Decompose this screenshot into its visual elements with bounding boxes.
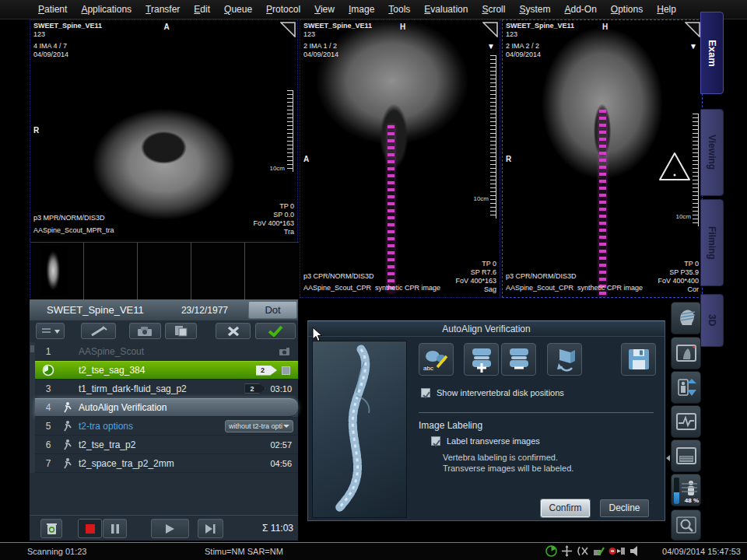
framed-person-icon [676,344,696,362]
remove-vertebra-icon [506,346,532,373]
edit-labels-button[interactable]: abc [419,343,454,376]
menu-item-applications[interactable]: Applications [74,4,139,15]
stop-button[interactable] [78,519,102,538]
thumbnail-2[interactable] [84,243,138,299]
spine-illustration [313,341,406,517]
syringe-icon [90,326,107,337]
step-number: 1 [35,346,61,357]
pause-icon [111,524,119,534]
skip-button[interactable] [198,519,223,538]
tab-filming[interactable]: Filming [700,199,724,286]
step-row-t2-space-tra[interactable]: 7 t2_space_tra_p2_2mm 04:56 [35,454,298,473]
menu-item-transfer[interactable]: Transfer [139,4,187,15]
decline-button[interactable]: Decline [600,499,649,517]
physio-signal-button[interactable] [671,405,701,438]
add-vertebra-button[interactable] [464,343,499,376]
dialog-divider [419,412,654,413]
tab-exam[interactable]: Exam [700,12,724,94]
image-labeling-heading: Image Labeling [419,420,482,431]
menu-item-evaluation[interactable]: Evaluation [417,4,475,15]
patient-position-button[interactable] [671,371,701,404]
menu-item-tools[interactable]: Tools [381,4,417,15]
step-row-aaspine-scout[interactable]: 1 AASpine_Scout [35,342,298,361]
panel2-patient: SWEET_Spine_VE11 [303,22,372,30]
label-transverse-checkbox[interactable] [431,436,440,446]
step-row-t1-tirm-dark-fluid[interactable]: 3 t1_tirm_dark-fluid_sag_p2 2 03:10 [35,380,298,398]
menu-item-system[interactable]: System [512,4,557,15]
magnifier-icon [676,516,696,534]
step-duration: 02:57 [270,440,292,450]
open-patient-button[interactable] [129,323,161,339]
add-vertebra-icon [468,346,495,373]
panel1-fov: FoV 400*163 [253,219,294,228]
pause-button[interactable] [103,519,127,538]
patient-bar: SWEET_Spine_VE11 23/12/1977 Dot [30,299,298,320]
play-button[interactable] [151,519,189,538]
cancel-step-button[interactable] [216,323,251,339]
image-display-button[interactable] [671,337,701,369]
exposure-level-button[interactable]: 48 % [671,474,701,506]
scroll-down-icon[interactable]: ▼ [689,42,697,51]
menu-item-view[interactable]: View [307,4,342,15]
thumbnail-1[interactable] [30,243,84,299]
step-row-t2-tse-tra[interactable]: 6 t2_tse_tra_p2 02:57 [35,436,298,454]
scroll-down-icon[interactable]: ▼ [487,42,495,51]
tab-viewing[interactable]: Viewing [700,109,724,196]
panel2-orient-top: H [400,23,405,31]
step-checkbox[interactable] [282,366,290,375]
menu-item-protocol[interactable]: Protocol [259,4,307,15]
copy-button[interactable] [165,323,197,339]
confirm-button[interactable]: Confirm [541,499,590,517]
tab-3d[interactable]: 3D [700,294,724,347]
contrast-injector-button[interactable] [81,323,116,339]
head-positioning-button[interactable] [671,302,701,334]
step-number: 5 [35,421,61,432]
t2-tra-options-dropdown[interactable]: without t2-tra opti [225,420,293,432]
menu-item-image[interactable]: Image [342,4,381,15]
image-panel-coronal[interactable]: SWEET_Spine_VE11 123 2 IMA 2 / 2 04/09/2… [502,19,703,298]
corner-marker-icon[interactable] [280,22,296,37]
apply-step-button[interactable] [255,323,296,339]
thumbnail-3[interactable] [138,243,191,299]
thumbnail-4[interactable] [191,243,245,299]
show-disks-row: Show intervertebral disk positions [421,388,564,397]
menu-item-queue[interactable]: Queue [217,4,259,15]
step-duration: 04:56 [270,459,292,468]
panel3-geom-block: TP 0 SP P35.9 FoV 400*400 Cor [658,260,699,294]
corner-marker-icon[interactable] [685,22,700,37]
panel2-patient-id: 123 [303,30,372,39]
step-row-t2-tra-options[interactable]: 5 t2-tra options without t2-tra opti [35,417,298,436]
scan-controls: Σ 11:03 [30,515,298,541]
undo-button[interactable] [547,343,582,376]
image-panel-sagittal[interactable]: SWEET_Spine_VE11 123 2 IMA 1 / 2 04/09/2… [300,19,500,298]
mri-image-sagittal[interactable] [300,20,500,297]
steps-scrollbar[interactable] [30,342,35,473]
corner-marker-icon[interactable] [482,22,498,37]
spine-preview[interactable] [312,341,407,518]
remove-vertebra-button[interactable] [501,343,536,376]
thumbnail-5[interactable] [245,243,299,299]
collapse-arrow-icon[interactable] [666,455,670,461]
menu-item-edit[interactable]: Edit [187,4,217,15]
step-row-autoalign-verification[interactable]: 4 AutoAlign Verification [35,398,298,417]
image-panel-axial[interactable]: SWEET_Spine_VE11 123 4 IMA 4 / 7 04/09/2… [30,19,298,298]
menu-item-addon[interactable]: Add-On [557,4,603,15]
show-disks-checkbox[interactable] [421,388,430,397]
menu-item-patient[interactable]: Patient [31,4,74,15]
menu-item-help[interactable]: Help [650,4,683,15]
menu-item-scroll[interactable]: Scroll [475,4,512,15]
step-row-t2-tse-sag-384[interactable]: t2_tse_sag_384 2 [35,361,298,380]
trash-button[interactable] [40,519,62,538]
dot-button[interactable]: Dot [248,301,297,319]
menu-item-options[interactable]: Options [604,4,650,15]
panel1-date: 04/09/2014 [33,51,102,59]
magnify-button[interactable] [671,509,701,541]
panel1-proc: p3 MPR/NORM/DIS3D [33,214,114,222]
layout-settings-button[interactable] [671,439,701,472]
speaker-icon [630,545,640,557]
patient-birthdate: 23/12/1977 [181,305,228,316]
save-button[interactable] [621,343,656,376]
tab-viewing-label: Viewing [701,110,723,195]
panel1-orient-side: R [33,126,39,135]
program-selector-dropdown[interactable] [36,323,65,339]
